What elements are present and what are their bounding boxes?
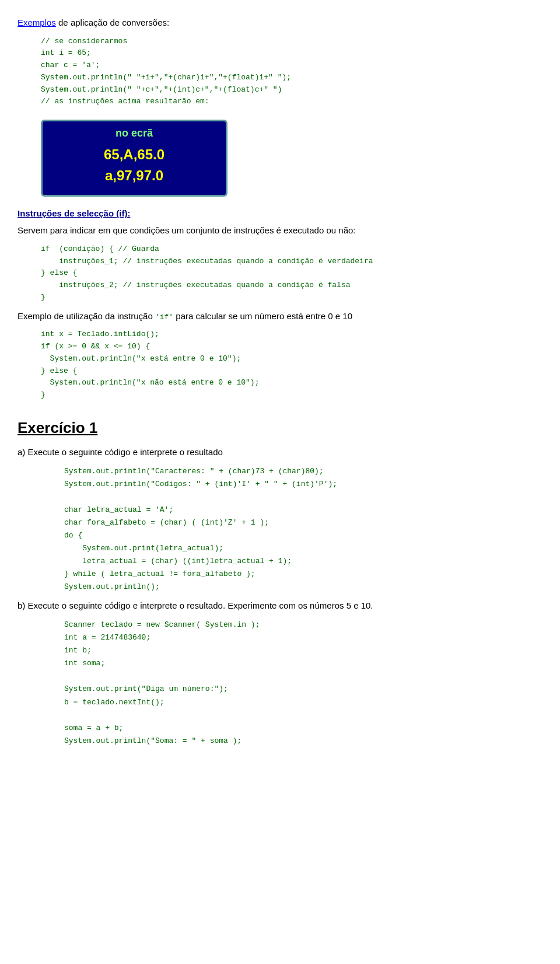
page-container: Exemplos de aplicação de conversões: // … <box>18 16 542 748</box>
intro-text: de aplicação de conversões: <box>56 18 169 27</box>
screen-label: no ecrã <box>54 127 214 139</box>
exercise-a-code: System.out.println("Caracteres: " + (cha… <box>64 465 542 594</box>
exercise-a-label: a) Execute o seguinte código e interpret… <box>18 446 542 459</box>
example-if-text2: para calcular se um número está entre 0 … <box>173 311 352 321</box>
exercise-b-label: b) Execute o seguinte código e interpret… <box>18 599 542 613</box>
screen-values: 65,A,65.0 a,97,97.0 <box>54 144 214 186</box>
section-if-title: Instruções de selecção (if): <box>18 208 542 218</box>
code-block-3: int x = Teclado.intLido(); if (x >= 0 &&… <box>41 329 542 401</box>
code-block-2: if (condição) { // Guarda instruções_1; … <box>41 243 542 304</box>
example-if-code: 'if' <box>155 313 173 322</box>
section-if-desc: Servem para indicar em que condições um … <box>18 224 542 237</box>
example-if-text1: Exemplo de utilização da instrução <box>18 311 155 321</box>
code-block-1: // se considerarmos int i = 65; char c =… <box>41 36 542 109</box>
exercise-title: Exercício 1 <box>18 419 542 437</box>
screen-display: no ecrã 65,A,65.0 a,97,97.0 <box>41 120 228 197</box>
exercise-b-code: Scanner teclado = new Scanner( System.in… <box>64 619 542 748</box>
exemplos-link[interactable]: Exemplos <box>18 18 56 27</box>
example-if-paragraph: Exemplo de utilização da instrução 'if' … <box>18 310 542 323</box>
screen-line1: 65,A,65.0 <box>54 144 214 165</box>
screen-line2: a,97,97.0 <box>54 165 214 186</box>
intro-line: Exemplos de aplicação de conversões: <box>18 16 542 30</box>
